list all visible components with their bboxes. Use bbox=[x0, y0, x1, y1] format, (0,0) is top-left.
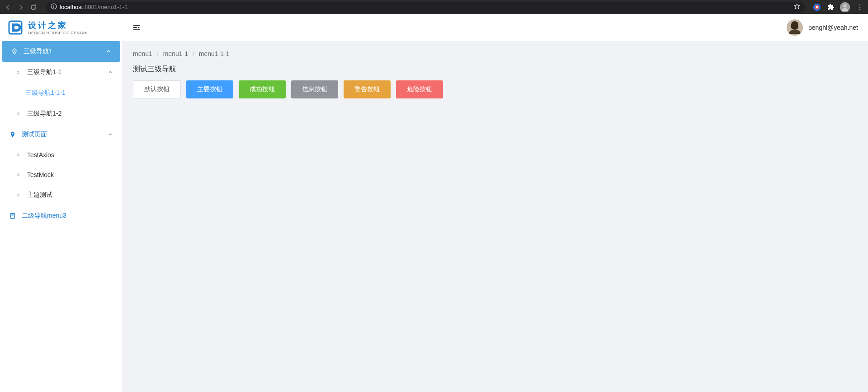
url-bar[interactable]: localhost:8081/menu1-1-1 bbox=[46, 2, 805, 13]
sidebar-item-testmock[interactable]: TestMock bbox=[0, 165, 122, 185]
warning-button[interactable]: 警告按钮 bbox=[344, 80, 391, 98]
logo[interactable]: 设计之家 DESIGN HOUSE OF PENGHL bbox=[0, 14, 122, 41]
sidebar-item-label: TestAxios bbox=[27, 151, 113, 159]
sidebar-item-themetest[interactable]: 主题测试 bbox=[0, 185, 122, 205]
svg-point-1 bbox=[53, 5, 54, 6]
topbar: penghl@yeah.net bbox=[122, 14, 868, 41]
svg-point-10 bbox=[859, 9, 861, 10]
sidebar-item-label: 二级导航menu3 bbox=[22, 212, 113, 220]
circle-icon bbox=[14, 112, 22, 115]
user-area[interactable]: penghl@yeah.net bbox=[787, 19, 858, 36]
page-title: 测试三级导航 bbox=[133, 65, 857, 74]
circle-icon bbox=[14, 194, 22, 196]
sidebar-item-label: 三级导航1 bbox=[24, 47, 100, 56]
location-icon bbox=[11, 48, 18, 55]
chevron-down-icon bbox=[108, 70, 113, 75]
sidebar-item-menu3[interactable]: 二级导航menu3 bbox=[0, 205, 122, 226]
extension-icon[interactable] bbox=[813, 3, 821, 11]
svg-point-8 bbox=[859, 4, 861, 5]
site-info-icon[interactable] bbox=[51, 3, 57, 11]
sidebar-item-testaxios[interactable]: TestAxios bbox=[0, 145, 122, 165]
browser-bar: localhost:8081/menu1-1-1 bbox=[0, 0, 868, 14]
user-email: penghl@yeah.net bbox=[808, 24, 858, 31]
sidebar: 设计之家 DESIGN HOUSE OF PENGHL 三级导航1 三级导航1-… bbox=[0, 14, 122, 392]
sidebar-item-nav1-2[interactable]: 三级导航1-2 bbox=[0, 103, 122, 124]
circle-icon bbox=[14, 71, 22, 74]
success-button[interactable]: 成功按钮 bbox=[239, 80, 286, 98]
chevron-down-icon bbox=[108, 132, 113, 137]
url-text: localhost:8081/menu1-1-1 bbox=[60, 4, 127, 10]
sidebar-item-label: 测试页面 bbox=[22, 131, 102, 139]
logo-title: 设计之家 bbox=[28, 20, 89, 31]
star-icon[interactable] bbox=[794, 3, 800, 11]
logo-subtitle: DESIGN HOUSE OF PENGHL bbox=[28, 31, 89, 35]
profile-icon[interactable] bbox=[840, 2, 850, 12]
breadcrumb-item[interactable]: menu1-1 bbox=[163, 50, 188, 57]
sidebar-item-label: TestMock bbox=[27, 171, 113, 178]
reload-button[interactable] bbox=[29, 3, 38, 12]
circle-icon bbox=[14, 173, 22, 176]
sidebar-item-label: 三级导航1-1-1 bbox=[25, 89, 113, 97]
svg-rect-2 bbox=[53, 6, 54, 8]
sidebar-item-label: 三级导航1-2 bbox=[27, 110, 113, 118]
default-button[interactable]: 默认按钮 bbox=[133, 80, 181, 98]
svg-point-14 bbox=[12, 133, 14, 135]
avatar bbox=[787, 19, 803, 36]
more-icon[interactable] bbox=[855, 3, 864, 12]
breadcrumb-separator: / bbox=[193, 50, 194, 57]
sidebar-item-nav1[interactable]: 三级导航1 bbox=[2, 41, 120, 62]
breadcrumb: menu1 / menu1-1 / menu1-1-1 bbox=[133, 50, 857, 57]
back-button[interactable] bbox=[4, 3, 13, 12]
sidebar-item-label: 三级导航1-1 bbox=[27, 68, 102, 76]
svg-point-7 bbox=[844, 4, 847, 7]
primary-button[interactable]: 主要按钮 bbox=[186, 80, 233, 98]
sidebar-item-nav1-1-1[interactable]: 三级导航1-1-1 bbox=[0, 83, 122, 103]
breadcrumb-item[interactable]: menu1 bbox=[133, 50, 152, 57]
location-icon bbox=[9, 131, 16, 138]
breadcrumb-item: menu1-1-1 bbox=[199, 50, 230, 57]
svg-point-13 bbox=[14, 50, 15, 51]
danger-button[interactable]: 危险按钮 bbox=[396, 80, 443, 98]
circle-icon bbox=[14, 154, 22, 156]
breadcrumb-separator: / bbox=[157, 50, 159, 57]
button-row: 默认按钮 主要按钮 成功按钮 信息按钮 警告按钮 危险按钮 bbox=[133, 80, 857, 98]
svg-point-9 bbox=[859, 6, 861, 8]
extensions-icon[interactable] bbox=[826, 3, 835, 11]
document-icon bbox=[9, 213, 16, 219]
sidebar-menu: 三级导航1 三级导航1-1 三级导航1-1-1 三级导航1-2 测试页面 bbox=[0, 41, 122, 226]
logo-icon bbox=[7, 19, 24, 36]
info-button[interactable]: 信息按钮 bbox=[291, 80, 338, 98]
sidebar-item-label: 主题测试 bbox=[27, 191, 113, 199]
sidebar-item-nav1-1[interactable]: 三级导航1-1 bbox=[0, 62, 122, 83]
forward-button[interactable] bbox=[16, 3, 25, 12]
chevron-down-icon bbox=[106, 49, 111, 54]
svg-rect-12 bbox=[12, 23, 14, 32]
svg-point-5 bbox=[816, 6, 818, 8]
sidebar-item-testpage[interactable]: 测试页面 bbox=[0, 124, 122, 145]
hamburger-button[interactable] bbox=[132, 23, 141, 32]
